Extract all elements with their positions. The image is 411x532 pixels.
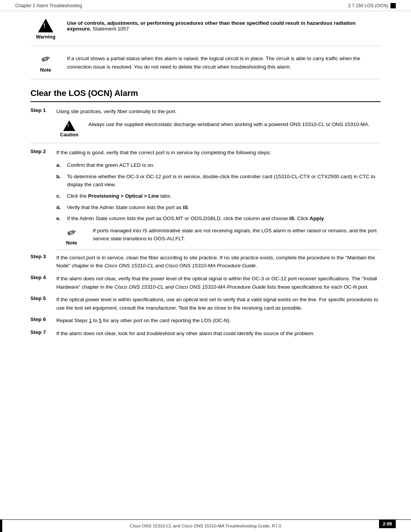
step3-text: If the correct port is in service, clean…: [56, 254, 381, 270]
step2-block: Step 2 If the cabling is good, verify th…: [30, 149, 381, 157]
warning-bold-text: Use of controls, adjustments, or perform…: [67, 20, 355, 32]
substep-a: a. Confirm that the green ACT LED is on.: [56, 161, 381, 169]
caution-block: Caution Always use the supplied electros…: [30, 120, 381, 143]
step5-block: Step 5 If the optical power level is wit…: [30, 296, 381, 312]
main-content: Warning Use of controls, adjustments, or…: [0, 11, 411, 519]
caution-icon-col: Caution: [56, 120, 82, 137]
step4-text: If the alarm does not clear, verify that…: [56, 275, 381, 291]
note-icon-col: ✏ Note: [30, 53, 61, 73]
substep-c-label: c.: [56, 192, 64, 200]
step6-link1[interactable]: 1: [89, 318, 92, 323]
warning-triangle-icon: [38, 19, 53, 32]
step1-label: Step 1: [30, 107, 53, 113]
substep-c-text: Click the Provisioning > Optical > Line …: [67, 192, 381, 200]
step6-label: Step 6: [30, 316, 53, 322]
step2-text: If the cabling is good, verify that the …: [56, 149, 381, 157]
footer-center-text: Cisco ONS 15310-CL and Cisco ONS 15310-M…: [130, 524, 281, 528]
step6-text: Repeat Steps 1 to 5 for any other port o…: [56, 316, 381, 325]
substep-e-text: If the Admin State column lists the port…: [67, 214, 381, 223]
note-text: If a circuit shows a partial status when…: [67, 53, 381, 71]
step3-label: Step 3: [30, 254, 53, 259]
substep-c: c. Click the Provisioning > Optical > Li…: [56, 192, 381, 200]
substep-a-text: Confirm that the green ACT LED is on.: [67, 161, 381, 169]
step7-text: If the alarm does not clear, look for an…: [56, 329, 381, 338]
note-block: ✏ Note If a circuit shows a partial stat…: [30, 53, 381, 79]
header-black-square: [390, 3, 396, 8]
step7-label: Step 7: [30, 329, 53, 335]
header-section: 2.7.150 LOS (OCN): [348, 3, 396, 8]
inline-note-text: If ports managed into IS administrative …: [93, 227, 381, 243]
step6-block: Step 6 Repeat Steps 1 to 5 for any other…: [30, 316, 381, 325]
warning-label: Warning: [36, 34, 56, 40]
substep-e-label: e.: [56, 214, 64, 223]
step2-label: Step 2: [30, 149, 53, 154]
warning-block: Warning Use of controls, adjustments, or…: [30, 19, 381, 46]
footer-left-bar: [0, 520, 2, 532]
step3-block: Step 3 If the correct port is in service…: [30, 254, 381, 270]
inline-note-block: ✏ Note If ports managed into IS administ…: [56, 227, 381, 250]
page: Chapter 2 Alarm Troubleshooting 2.7.150 …: [0, 0, 411, 532]
step5-text: If the optical power level is within spe…: [56, 296, 381, 312]
step4-block: Step 4 If the alarm does not clear, veri…: [30, 275, 381, 291]
inline-pencil-icon: ✏: [65, 225, 78, 240]
section-heading: Clear the LOS (OCN) Alarm: [30, 88, 381, 102]
warning-icon-col: Warning: [30, 19, 61, 40]
step1-block: Step 1 Using site practices, verify fibe…: [30, 107, 381, 116]
page-footer: Cisco ONS 15310-CL and Cisco ONS 15310-M…: [0, 519, 411, 532]
note-label: Note: [40, 67, 51, 73]
substep-d-label: d.: [56, 203, 64, 212]
step5-label: Step 5: [30, 296, 53, 301]
substep-a-label: a.: [56, 161, 64, 169]
step1-text: Using site practices, verify fiber conti…: [56, 107, 381, 116]
substep-e: e. If the Admin State column lists the p…: [56, 214, 381, 223]
page-header: Chapter 2 Alarm Troubleshooting 2.7.150 …: [0, 0, 411, 11]
warning-text: Use of controls, adjustments, or perform…: [67, 19, 381, 32]
substep-d-text: Verify that the Admin State column lists…: [67, 203, 381, 212]
inline-note-label: Note: [66, 240, 77, 246]
inline-note-icon-col: ✏ Note: [56, 227, 87, 246]
step4-label: Step 4: [30, 275, 53, 280]
sub-steps: a. Confirm that the green ACT LED is on.…: [56, 161, 381, 250]
footer-page-number: 2-99: [379, 520, 396, 528]
caution-triangle-icon: [63, 120, 75, 131]
substep-b-label: b.: [56, 173, 64, 189]
pencil-icon: ✏: [40, 52, 52, 67]
substep-d: d. Verify that the Admin State column li…: [56, 203, 381, 212]
step7-block: Step 7 If the alarm does not clear, look…: [30, 329, 381, 338]
header-chapter: Chapter 2 Alarm Troubleshooting: [15, 3, 82, 8]
caution-label: Caution: [60, 132, 78, 137]
caution-text: Always use the supplied electrostatic di…: [88, 120, 381, 129]
substep-b-text: To determine whether the OC-3 or OC-12 p…: [67, 173, 381, 189]
substep-b: b. To determine whether the OC-3 or OC-1…: [56, 173, 381, 189]
